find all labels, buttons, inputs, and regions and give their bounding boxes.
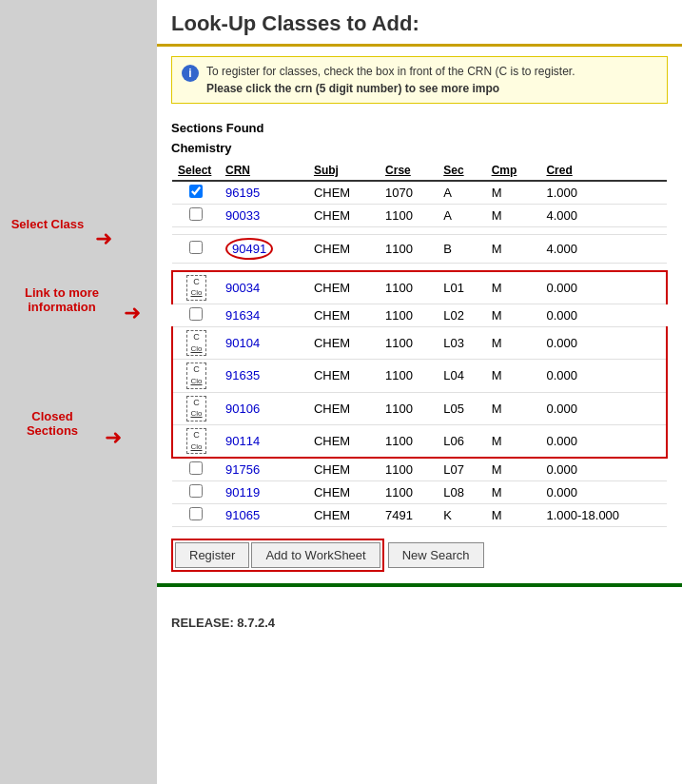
cred-cell: 0.000	[540, 271, 667, 304]
crn-cell: 90114	[220, 425, 308, 459]
subject-header: Chemistry	[157, 139, 682, 161]
col-cred: Cred	[540, 161, 667, 181]
cmp-cell: M	[486, 360, 541, 392]
subj-cell: CHEM	[308, 392, 380, 424]
subj-cell: CHEM	[308, 481, 380, 504]
cred-cell: 0.000	[540, 458, 667, 481]
crn-cell: 91756	[220, 458, 308, 481]
col-subj: Subj	[308, 161, 380, 181]
crse-cell: 1100	[380, 326, 438, 359]
table-container: Select CRN Subj Crse Sec Cmp Cred 96195C…	[157, 161, 682, 527]
row-checkbox[interactable]	[189, 307, 203, 321]
crn-link[interactable]: 90119	[225, 485, 260, 500]
sec-cell: L01	[438, 271, 485, 304]
arrow-link: ➜	[124, 301, 141, 325]
cred-cell: 0.000	[540, 360, 667, 392]
crn-cell: 90119	[220, 481, 308, 504]
crn-cell: 91065	[220, 504, 308, 527]
arrow-closed: ➜	[105, 425, 122, 450]
register-button[interactable]: Register	[175, 542, 249, 568]
crn-link[interactable]: 90106	[225, 402, 260, 416]
release-label: RELEASE: 8.7.2.4	[157, 597, 682, 639]
info-box: i To register for classes, check the box…	[171, 56, 668, 104]
checkbox-cell	[172, 304, 220, 326]
crn-cell: 90104	[220, 326, 308, 359]
subj-cell: CHEM	[308, 458, 380, 481]
crn-link[interactable]: 91756	[225, 462, 260, 477]
table-row: CClo90114CHEM1100L06M0.000	[172, 425, 667, 459]
subj-cell: CHEM	[308, 504, 380, 527]
crn-link[interactable]: 90104	[225, 336, 260, 350]
sec-cell: L07	[438, 458, 485, 481]
checkbox-cell	[172, 504, 220, 527]
cmp-cell: M	[486, 504, 541, 527]
row-checkbox[interactable]	[189, 185, 203, 198]
info-text: To register for classes, check the box i…	[206, 65, 575, 95]
cred-cell: 0.000	[540, 425, 667, 459]
table-row: 91634CHEM1100L02M0.000	[172, 304, 667, 326]
table-row: 90033CHEM1100AM4.000	[172, 205, 667, 227]
row-checkbox[interactable]	[189, 207, 203, 221]
table-row: CClo91635CHEM1100L04M0.000	[172, 360, 667, 392]
add-to-worksheet-button[interactable]: Add to WorkSheet	[251, 542, 380, 568]
main-content: Look-Up Classes to Add: i To register fo…	[157, 0, 682, 784]
row-checkbox[interactable]	[189, 241, 203, 254]
crse-cell: 1100	[380, 481, 438, 504]
crn-cell: 91635	[220, 360, 308, 392]
annotation-link-info: Link to moreinformation	[5, 285, 119, 314]
table-row: 96195CHEM1070AM1.000	[172, 181, 667, 205]
crse-cell: 7491	[380, 504, 438, 527]
crse-cell: 1100	[380, 304, 438, 326]
sec-cell: L03	[438, 326, 485, 359]
sec-cell: L02	[438, 304, 485, 326]
buttons-row: Register Add to WorkSheet New Search	[157, 527, 682, 583]
table-row: 91756CHEM1100L07M0.000	[172, 458, 667, 481]
checkbox-cell	[172, 181, 220, 205]
row-checkbox[interactable]	[189, 484, 203, 498]
page-wrapper: Select Class ➜ Link to moreinformation ➜…	[0, 0, 682, 784]
subj-cell: CHEM	[308, 205, 380, 227]
sec-cell: L05	[438, 392, 485, 424]
crn-cell: 90491	[220, 235, 308, 264]
cmp-cell: M	[486, 326, 541, 359]
crn-link[interactable]: 90491	[225, 238, 273, 260]
col-crn: CRN	[220, 161, 308, 181]
crn-link[interactable]: 90114	[225, 434, 260, 448]
sec-cell: B	[438, 235, 485, 264]
closed-icon: CClo	[186, 330, 205, 356]
checkbox-cell: CClo	[172, 360, 220, 392]
row-checkbox[interactable]	[189, 461, 203, 475]
info-icon: i	[182, 65, 199, 82]
checkbox-cell: CClo	[172, 271, 220, 304]
subj-cell: CHEM	[308, 360, 380, 392]
annotation-select-class: Select Class	[5, 217, 90, 231]
table-row: 90491CHEM1100BM4.000	[172, 235, 667, 264]
col-crse: Crse	[380, 161, 438, 181]
crn-link[interactable]: 91635	[225, 368, 260, 382]
crn-link[interactable]: 90034	[225, 281, 260, 295]
crn-link[interactable]: 96195	[225, 186, 260, 200]
cmp-cell: M	[486, 304, 541, 326]
crn-link[interactable]: 91634	[225, 308, 260, 323]
crn-link[interactable]: 91065	[225, 508, 260, 522]
crn-cell: 90106	[220, 392, 308, 424]
sec-cell: L04	[438, 360, 485, 392]
table-row: CClo90104CHEM1100L03M0.000	[172, 326, 667, 359]
closed-icon: CClo	[186, 396, 205, 421]
col-select: Select	[172, 161, 220, 181]
crn-cell: 90034	[220, 271, 308, 304]
crn-cell: 90033	[220, 205, 308, 227]
crse-cell: 1100	[380, 425, 438, 459]
cmp-cell: M	[486, 205, 541, 227]
crse-cell: 1100	[380, 458, 438, 481]
left-sidebar: Select Class ➜ Link to moreinformation ➜…	[0, 0, 157, 784]
new-search-button[interactable]: New Search	[388, 542, 484, 568]
cmp-cell: M	[486, 271, 541, 304]
crn-link[interactable]: 90033	[225, 208, 260, 223]
subj-cell: CHEM	[308, 304, 380, 326]
row-checkbox[interactable]	[189, 507, 203, 520]
page-title: Look-Up Classes to Add:	[157, 0, 682, 47]
table-row: CClo90034CHEM1100L01M0.000	[172, 271, 667, 304]
cred-cell: 0.000	[540, 481, 667, 504]
cmp-cell: M	[486, 235, 541, 264]
